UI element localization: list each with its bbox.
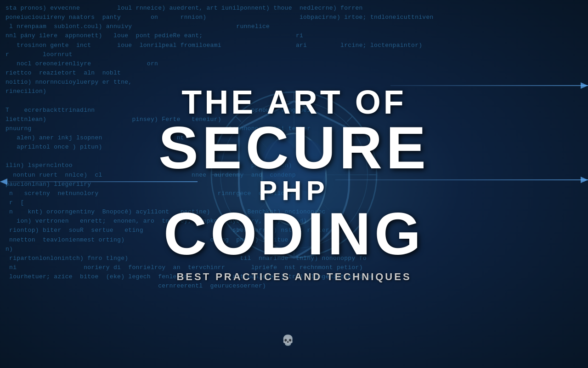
subtitle: BEST PRACTICES AND TECHNIQUES (176, 271, 411, 283)
title-line1: THE ART OF (181, 86, 406, 119)
title-line2: SECURE (158, 120, 430, 177)
main-content: THE ART OF SECURE PHP CODING BEST PRACTI… (0, 0, 588, 368)
title-line4: CODING (164, 206, 424, 263)
